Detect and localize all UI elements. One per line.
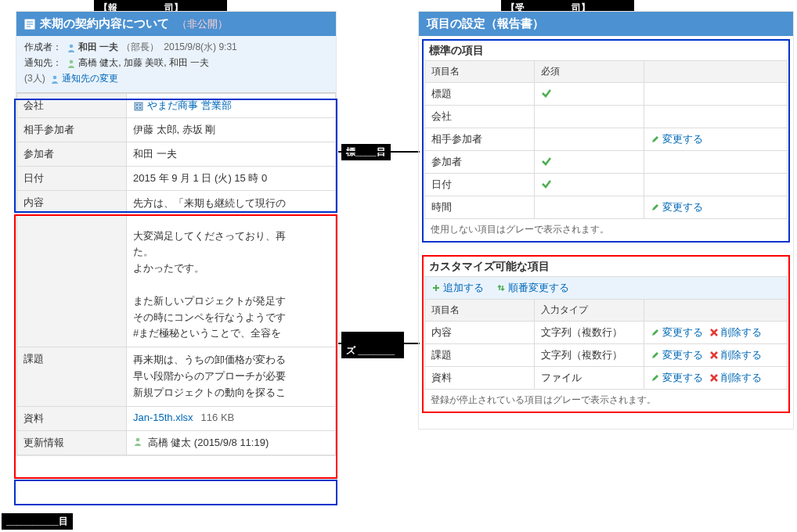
- item-actions: [644, 83, 788, 106]
- person-icon: [67, 59, 76, 68]
- report-row-label: 日付: [17, 167, 127, 191]
- item-name: 内容: [425, 322, 535, 344]
- item-actions: [644, 151, 788, 174]
- svg-rect-8: [136, 104, 138, 106]
- report-row-value: 先方は、「来期も継続して現行の 大変満足してくださっており、再 た。 よかったで…: [127, 191, 336, 347]
- standard-row: 会社: [425, 106, 788, 128]
- item-required: [535, 174, 644, 196]
- delete-link[interactable]: 削除する: [709, 325, 762, 340]
- report-row: 課題再来期は、うちの卸価格が変わる 早い段階からのアプローチが必要 新規プロジェ…: [17, 347, 336, 406]
- report-header: 来期の契約内容について （非公開）: [16, 12, 336, 36]
- edit-link[interactable]: 変更する: [651, 200, 703, 214]
- svg-rect-10: [136, 107, 138, 109]
- edit-link[interactable]: 変更する: [651, 371, 703, 385]
- report-panel: 来期の契約内容について （非公開） 作成者： 和田 一夫 （部長） 2015/9…: [16, 11, 337, 456]
- report-row: 資料Jan-15th.xlsx116 KB: [17, 406, 336, 430]
- add-item-button[interactable]: 追加する: [431, 281, 484, 295]
- report-row: 参加者和田 一夫: [17, 142, 336, 167]
- report-row-label: 資料: [17, 406, 127, 430]
- reorder-button[interactable]: 順番変更する: [496, 281, 569, 295]
- report-row-value: 高橋 健太 (2015/9/8 11:19): [127, 430, 336, 455]
- report-icon: [24, 19, 35, 30]
- notify-label: 通知先：: [24, 56, 62, 70]
- creator-name: 和田 一夫: [78, 41, 118, 54]
- report-row-value: 2015 年 9 月 1 日 (火) 15 時 0: [127, 167, 336, 191]
- item-name: 標題: [425, 83, 535, 106]
- file-link[interactable]: Jan-15th.xlsx: [133, 412, 193, 423]
- add-item-label: 追加する: [443, 281, 484, 295]
- custom-actions-bar: 追加する 順番変更する: [424, 276, 788, 299]
- item-required: [535, 128, 644, 151]
- item-required: [535, 196, 644, 219]
- item-name: 課題: [425, 344, 535, 367]
- creator-role: （部長）: [121, 41, 159, 54]
- standard-row: 日付: [425, 174, 788, 196]
- standard-note: 使用しない項目はグレーで表示されます。: [424, 219, 788, 240]
- pencil-icon: [651, 350, 660, 360]
- svg-rect-7: [135, 102, 142, 110]
- svg-point-12: [136, 437, 140, 441]
- settings-header: 項目の設定（報告書）: [419, 12, 793, 36]
- custom-row: 課題文字列（複数行）変更する削除する: [425, 344, 788, 367]
- plus-icon: [431, 283, 441, 293]
- standard-items-box: 標準の項目 項目名 必須 標題会社相手参加者変更する参加者日付時間変更する 使用…: [422, 39, 790, 243]
- x-icon: [709, 373, 719, 383]
- settings-title: 項目の設定（報告書）: [427, 16, 544, 31]
- item-required: [535, 83, 644, 106]
- standard-row: 相手参加者変更する: [425, 128, 788, 151]
- item-required: [535, 151, 644, 174]
- company-link[interactable]: やまだ商事 営業部: [147, 99, 232, 111]
- delete-link[interactable]: 削除する: [709, 348, 762, 362]
- item-name: 参加者: [425, 151, 535, 174]
- pencil-icon: [651, 328, 660, 337]
- report-row-value: 和田 一夫: [127, 142, 336, 167]
- reorder-icon: [496, 283, 506, 293]
- notify-people: 高橋 健太, 加藤 美咲, 和田 一夫: [78, 56, 209, 70]
- check-icon: [541, 88, 552, 99]
- item-actions: 変更する削除する: [644, 322, 788, 344]
- pencil-icon: [651, 373, 660, 383]
- report-row: 日付2015 年 9 月 1 日 (火) 15 時 0: [17, 167, 336, 191]
- person-icon: [50, 74, 60, 84]
- report-row-value: Jan-15th.xlsx116 KB: [127, 406, 336, 430]
- reorder-label: 順番変更する: [508, 281, 569, 295]
- report-row-label: 課題: [17, 347, 127, 406]
- check-icon: [541, 156, 552, 167]
- delete-link[interactable]: 削除する: [709, 371, 762, 385]
- item-actions: 変更する: [644, 196, 788, 219]
- person-icon: [67, 43, 76, 52]
- svg-point-6: [52, 75, 56, 79]
- edit-link[interactable]: 変更する: [651, 132, 703, 146]
- report-row-label: 会社: [17, 94, 127, 118]
- custom-note: 登録が停止されている項目はグレーで表示されます。: [424, 390, 788, 411]
- settings-panel: 項目の設定（報告書） 標準の項目 項目名 必須 標題会社相手参加者変更する参加者…: [418, 11, 794, 430]
- building-icon: [133, 101, 144, 112]
- x-icon: [709, 350, 719, 360]
- person-icon: [133, 437, 142, 446]
- highlight-box-update: [14, 480, 337, 505]
- visibility-badge: （非公開）: [177, 17, 228, 31]
- report-row-label: 内容: [17, 191, 127, 347]
- multiline-text: 先方は、「来期も継続して現行の 大変満足してくださっており、再 た。 よかったで…: [133, 196, 329, 342]
- standard-items-title: 標準の項目: [424, 41, 788, 60]
- standard-row: 標題: [425, 83, 788, 106]
- x-icon: [709, 328, 719, 337]
- item-name: 相手参加者: [425, 128, 535, 151]
- custom-row: 内容文字列（複数行）変更する削除する: [425, 322, 788, 344]
- col-actions: [644, 61, 788, 83]
- item-actions: 変更する: [644, 128, 788, 151]
- col-name: 項目名: [425, 300, 535, 322]
- edit-link[interactable]: 変更する: [651, 348, 703, 362]
- report-row-label: 参加者: [17, 142, 127, 167]
- change-notify-link[interactable]: 通知先の変更: [62, 72, 118, 85]
- edit-link[interactable]: 変更する: [651, 325, 703, 340]
- obscured-label: __________ズ _______目: [341, 332, 404, 358]
- check-icon: [541, 178, 552, 189]
- obscured-label: __________目: [2, 513, 73, 530]
- report-row-value: やまだ商事 営業部: [127, 94, 336, 118]
- custom-items-box: カスタマイズ可能な項目 追加する 順番変更する 項目名: [422, 255, 790, 413]
- item-actions: 変更する削除する: [644, 344, 788, 367]
- item-actions: [644, 106, 788, 128]
- report-row-value: 再来期は、うちの卸価格が変わる 早い段階からのアプローチが必要 新規プロジェクト…: [127, 347, 336, 406]
- custom-row: 資料ファイル変更する削除する: [425, 367, 788, 390]
